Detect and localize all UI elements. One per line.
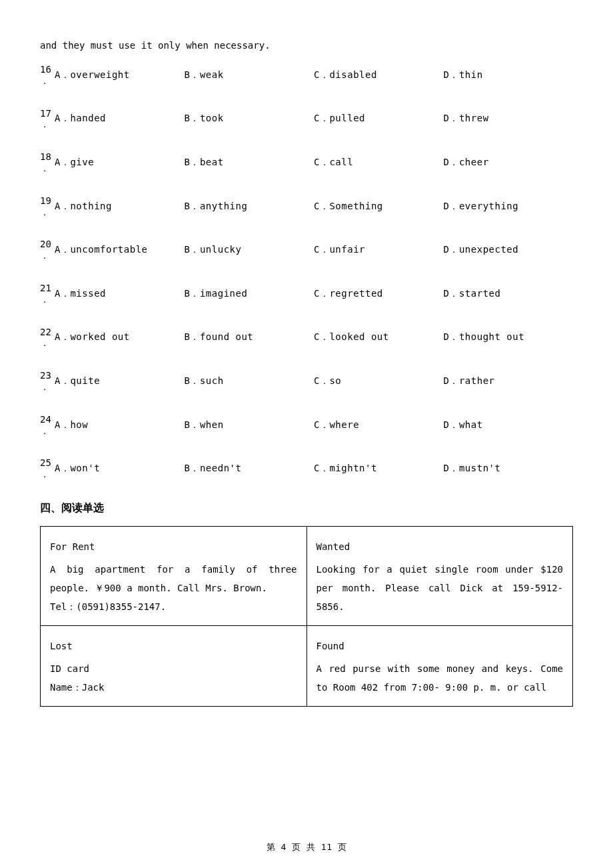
question-option[interactable]: D．mustn't: [444, 463, 574, 475]
question-option[interactable]: D．rather: [444, 375, 574, 387]
option-letter: C．: [314, 288, 329, 299]
question-num-value: 24: [40, 414, 55, 425]
option-letter: C．: [314, 113, 329, 123]
option-letter: A．: [55, 331, 70, 342]
question-option[interactable]: A．won't: [55, 463, 185, 475]
question-num-dot: ．: [40, 425, 55, 437]
option-text: unlucky: [200, 244, 242, 255]
question-row: 22．A．worked outB．found outC．looked outD．…: [40, 327, 573, 349]
question-option[interactable]: A．overweight: [55, 69, 185, 81]
question-option[interactable]: B．when: [185, 419, 314, 431]
option-text: weak: [200, 69, 224, 80]
question-option[interactable]: C．regretted: [314, 288, 444, 300]
question-option[interactable]: B．needn't: [185, 463, 314, 475]
question-num-value: 21: [40, 283, 55, 294]
option-letter: B．: [185, 244, 200, 255]
question-num-dot: ．: [40, 250, 55, 261]
option-letter: A．: [55, 69, 70, 80]
option-text: worked out: [70, 331, 129, 342]
question-num-dot: ．: [40, 207, 55, 218]
ad-tel: Tel：(0591)8355-2147.: [50, 597, 297, 616]
question-option[interactable]: A．nothing: [55, 201, 185, 213]
question-number: 20．: [40, 239, 55, 261]
question-options: A．missedB．imaginedC．regrettedD．started: [55, 288, 573, 300]
question-option[interactable]: D．threw: [444, 113, 574, 125]
question-option[interactable]: B．weak: [185, 69, 314, 81]
question-option[interactable]: B．found out: [185, 331, 314, 343]
question-option[interactable]: D．cheer: [444, 157, 574, 169]
question-option[interactable]: C．looked out: [314, 331, 444, 343]
option-text: regretted: [329, 288, 382, 299]
question-num-value: 22: [40, 327, 55, 338]
option-letter: C．: [314, 69, 329, 80]
option-letter: C．: [314, 463, 329, 473]
section-heading: 四、阅读单选: [40, 501, 573, 515]
ad-body: Looking for a quiet single room under $1…: [316, 560, 564, 616]
option-text: needn't: [200, 463, 242, 473]
question-option[interactable]: B．unlucky: [185, 244, 314, 256]
option-letter: A．: [55, 244, 70, 255]
option-letter: B．: [185, 201, 200, 211]
question-option[interactable]: D．unexpected: [444, 244, 574, 256]
question-row: 19．A．nothingB．anythingC．SomethingD．every…: [40, 195, 573, 218]
question-option[interactable]: B．beat: [185, 157, 314, 169]
question-option[interactable]: D．everything: [444, 201, 574, 213]
option-text: Something: [329, 201, 382, 211]
question-number: 24．: [40, 414, 55, 437]
question-option[interactable]: A．give: [55, 157, 185, 169]
question-option[interactable]: B．such: [185, 375, 314, 387]
question-option[interactable]: A．uncomfortable: [55, 244, 185, 256]
option-text: call: [329, 157, 353, 167]
option-text: thought out: [459, 331, 524, 342]
question-option[interactable]: A．missed: [55, 288, 185, 300]
question-row: 18．A．giveB．beatC．callD．cheer: [40, 151, 573, 174]
option-letter: A．: [55, 113, 70, 123]
question-option[interactable]: B．anything: [185, 201, 314, 213]
question-option[interactable]: A．how: [55, 419, 185, 431]
option-letter: D．: [444, 69, 459, 80]
option-text: disabled: [329, 69, 376, 80]
question-options: A．nothingB．anythingC．SomethingD．everythi…: [55, 201, 573, 213]
ad-found: Found A red purse with some money and ke…: [306, 625, 573, 706]
option-text: nothing: [70, 201, 112, 211]
question-number: 18．: [40, 151, 55, 174]
option-text: looked out: [329, 331, 388, 342]
question-option[interactable]: A．quite: [55, 375, 185, 387]
question-option[interactable]: D．thought out: [444, 331, 574, 343]
question-num-value: 18: [40, 151, 55, 163]
table-row: Lost ID card Name：Jack Found A red purse…: [41, 625, 573, 706]
question-option[interactable]: C．Something: [314, 201, 444, 213]
question-option[interactable]: C．pulled: [314, 113, 444, 125]
option-text: everything: [459, 201, 518, 211]
option-text: rather: [459, 375, 495, 386]
question-num-dot: ．: [40, 337, 55, 349]
question-option[interactable]: C．so: [314, 375, 444, 387]
ad-title: Lost: [50, 637, 297, 655]
question-option[interactable]: B．took: [185, 113, 314, 125]
option-text: unexpected: [459, 244, 518, 255]
question-option[interactable]: C．where: [314, 419, 444, 431]
question-option[interactable]: C．mightn't: [314, 463, 444, 475]
option-text: took: [200, 113, 224, 123]
option-text: cheer: [459, 157, 489, 167]
question-option[interactable]: C．call: [314, 157, 444, 169]
option-letter: B．: [185, 288, 200, 299]
question-num-value: 19: [40, 195, 55, 207]
option-letter: B．: [185, 113, 200, 123]
question-option[interactable]: C．disabled: [314, 69, 444, 81]
question-option[interactable]: B．imagined: [185, 288, 314, 300]
question-option[interactable]: D．thin: [444, 69, 574, 81]
question-number: 16．: [40, 64, 55, 87]
question-option[interactable]: A．handed: [55, 113, 185, 125]
table-row: For Rent A big apartment for a family of…: [41, 526, 573, 625]
question-option[interactable]: C．unfair: [314, 244, 444, 256]
question-option[interactable]: A．worked out: [55, 331, 185, 343]
page-root: and they must use it only when necessary…: [0, 0, 613, 868]
option-letter: A．: [55, 157, 70, 167]
option-text: imagined: [200, 288, 247, 299]
option-text: mightn't: [329, 463, 376, 473]
question-option[interactable]: D．started: [444, 288, 574, 300]
question-num-value: 20: [40, 239, 55, 250]
question-row: 21．A．missedB．imaginedC．regrettedD．starte…: [40, 283, 573, 305]
question-option[interactable]: D．what: [444, 419, 574, 431]
